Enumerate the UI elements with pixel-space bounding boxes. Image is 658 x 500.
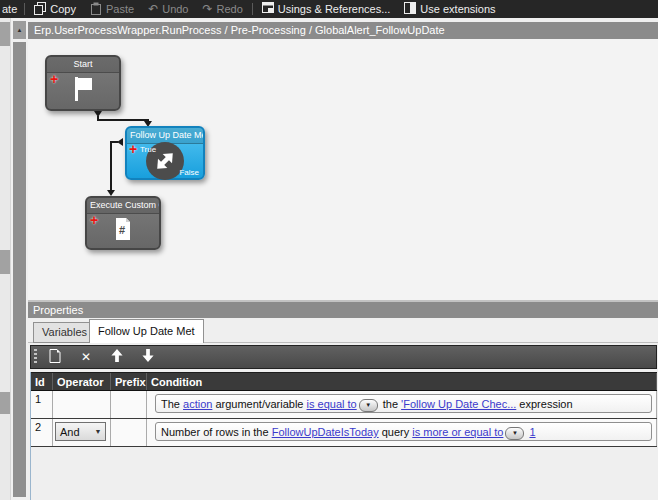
use-extensions-button[interactable]: Use extensions xyxy=(397,0,502,18)
sentence-text: expression xyxy=(516,398,572,410)
collapsed-side-panel[interactable] xyxy=(0,18,10,500)
value-link[interactable]: 1 xyxy=(529,426,535,438)
paste-button[interactable]: Paste xyxy=(83,0,141,18)
new-row-button[interactable] xyxy=(42,347,68,367)
bpm-workflow-designer-window: ate Copy Paste ↶ Undo ↷ Redo Using xyxy=(0,0,658,500)
breadcrumb: Erp.UserProcessWrapper.RunProcess / Pre-… xyxy=(28,22,658,39)
sentence-text: argument/variable xyxy=(212,398,306,410)
properties-tab-strip: Variables Follow Up Date Met xyxy=(28,318,658,343)
undo-button[interactable]: ↶ Undo xyxy=(141,0,195,18)
column-header-operator[interactable]: Operator xyxy=(53,373,111,390)
delete-row-button[interactable]: ✕ xyxy=(73,347,99,367)
copy-button[interactable]: Copy xyxy=(27,0,83,18)
undo-icon: ↶ xyxy=(148,3,158,15)
condition-sentence: The action argument/variable is equal to… xyxy=(155,394,652,413)
flag-icon xyxy=(70,75,96,107)
side-panel-segment xyxy=(0,392,10,414)
condition-node[interactable]: Follow Up Date Met + True False xyxy=(125,126,205,180)
conditions-grid: Id Operator Prefix Condition 1 The actio… xyxy=(30,372,657,500)
arrow-up-icon xyxy=(111,349,123,365)
half-filled-square-icon xyxy=(404,2,416,16)
code-node-body: + # xyxy=(87,214,159,248)
row-condition-cell: The action argument/variable is equal to… xyxy=(147,391,657,418)
argument-link[interactable]: action xyxy=(183,398,212,410)
start-node-body: + xyxy=(47,73,119,109)
operator-dropdown-button[interactable]: ▼ xyxy=(505,427,524,440)
row-condition-cell: Number of rows in the FollowUpDateIsToda… xyxy=(147,419,657,446)
row-prefix-cell xyxy=(111,391,147,418)
add-link-plus-icon[interactable]: + xyxy=(90,214,98,226)
row-operator-cell: And ▼ xyxy=(53,419,111,446)
sentence-text: Number of rows in the xyxy=(161,426,272,438)
toolbar-drag-handle[interactable] xyxy=(34,349,37,365)
column-header-id[interactable]: Id xyxy=(31,373,53,390)
new-document-icon xyxy=(49,349,61,366)
operator-dropdown-button[interactable]: ▼ xyxy=(359,399,378,412)
condition-row-1[interactable]: 1 The action argument/variable is equal … xyxy=(31,391,657,419)
properties-panel-header: Properties xyxy=(28,302,658,318)
tab-follow-up-date-met[interactable]: Follow Up Date Met xyxy=(89,319,204,343)
redo-button[interactable]: ↷ Redo xyxy=(195,0,249,18)
true-port-label[interactable]: True xyxy=(140,145,156,154)
condition-row-2[interactable]: 2 And ▼ Number of rows in the FollowUpDa… xyxy=(31,419,657,447)
operator-link[interactable]: is more or equal to xyxy=(412,426,503,438)
move-row-up-button[interactable] xyxy=(104,347,130,367)
expression-link[interactable]: 'Follow Up Date Chec... xyxy=(401,398,516,410)
connector-line xyxy=(110,141,112,190)
row-operator-cell xyxy=(53,391,111,418)
sentence-text: The xyxy=(161,398,183,410)
query-link[interactable]: FollowUpDateIsToday xyxy=(272,426,379,438)
condition-node-body: + True False xyxy=(127,144,203,178)
operator-link[interactable]: is equal to xyxy=(307,398,357,410)
row-prefix-cell xyxy=(111,419,147,446)
side-panel-segment xyxy=(0,250,10,274)
condition-sentence: Number of rows in the FollowUpDateIsToda… xyxy=(155,422,652,441)
add-link-plus-icon[interactable]: + xyxy=(129,143,137,155)
workflow-canvas[interactable]: Start + Follow Up Date Met + True False xyxy=(28,39,658,300)
column-header-condition[interactable]: Condition xyxy=(147,373,657,390)
redo-icon: ↷ xyxy=(202,3,212,15)
dialog-window-icon xyxy=(262,2,274,16)
scroll-up-button[interactable]: ▲ xyxy=(13,21,26,39)
false-port-label[interactable]: False xyxy=(179,168,199,177)
scrollbar-thumb[interactable] xyxy=(13,42,26,497)
sentence-text: the xyxy=(380,398,401,410)
delete-x-icon: ✕ xyxy=(81,350,91,364)
tab-variables[interactable]: Variables xyxy=(33,322,96,343)
top-toolbar: ate Copy Paste ↶ Undo ↷ Redo Using xyxy=(0,0,658,18)
toolbar-separator xyxy=(24,3,25,15)
and-or-combobox[interactable]: And ▼ xyxy=(55,422,106,441)
combobox-arrow-icon: ▼ xyxy=(91,428,105,435)
row-id-cell: 1 xyxy=(31,391,53,418)
paste-icon xyxy=(90,2,102,17)
move-row-down-button[interactable] xyxy=(135,347,161,367)
start-node[interactable]: Start + xyxy=(45,55,121,111)
arrow-down-icon xyxy=(142,349,154,365)
toolbar-separator xyxy=(252,3,253,15)
hash-glyph: # xyxy=(119,224,125,236)
combobox-value: And xyxy=(56,426,91,438)
copy-icon xyxy=(34,2,46,17)
conditions-grid-toolbar: ✕ xyxy=(30,345,657,369)
execute-custom-code-node[interactable]: Execute Custom Code + # xyxy=(85,196,161,250)
add-link-plus-icon[interactable]: + xyxy=(50,73,58,85)
grid-header-row: Id Operator Prefix Condition xyxy=(31,372,657,391)
vertical-scrollbar[interactable]: ▲ xyxy=(10,18,27,500)
code-document-icon: # xyxy=(113,217,133,245)
sentence-text: query xyxy=(379,426,413,438)
column-header-prefix[interactable]: Prefix xyxy=(111,373,147,390)
usings-references-button[interactable]: Usings & References... xyxy=(255,0,398,18)
scroll-up-icon: ▲ xyxy=(17,27,23,33)
truncated-validate-button[interactable]: ate xyxy=(0,3,22,15)
side-panel-segment xyxy=(0,22,10,46)
connector-line xyxy=(97,119,149,121)
row-id-cell: 2 xyxy=(31,419,53,446)
